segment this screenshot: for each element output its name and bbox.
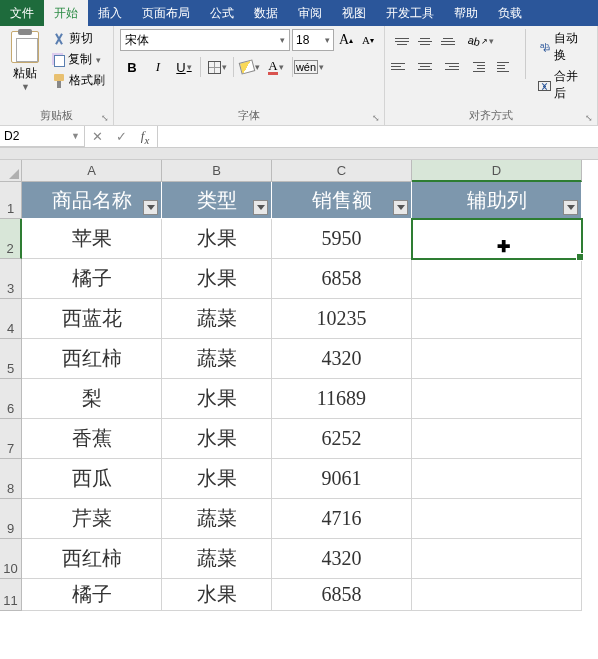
font-launcher-icon[interactable]: ⤡ <box>372 113 382 123</box>
formula-input[interactable] <box>158 126 598 147</box>
border-button[interactable]: ▾ <box>205 55 229 79</box>
copy-button[interactable]: 复制▾ <box>50 50 107 69</box>
tab-review[interactable]: 审阅 <box>288 0 332 26</box>
cut-button[interactable]: 剪切 <box>50 29 107 48</box>
select-all-corner[interactable] <box>0 160 22 182</box>
cell[interactable]: 6858 <box>272 259 412 299</box>
cell[interactable] <box>412 499 582 539</box>
col-header-d[interactable]: D <box>412 160 582 182</box>
clipboard-launcher-icon[interactable]: ⤡ <box>101 113 111 123</box>
cell[interactable]: 香蕉 <box>22 419 162 459</box>
table-header[interactable]: 销售额 <box>272 182 412 219</box>
cell[interactable]: 蔬菜 <box>162 539 272 579</box>
cell[interactable] <box>412 579 582 611</box>
cell[interactable]: 橘子 <box>22 259 162 299</box>
copy-dropdown-icon[interactable]: ▾ <box>96 55 101 65</box>
cell[interactable] <box>412 299 582 339</box>
cell[interactable] <box>412 339 582 379</box>
confirm-edit-button[interactable]: ✓ <box>109 129 133 144</box>
increase-indent-button[interactable] <box>491 55 515 79</box>
filter-button[interactable] <box>143 200 158 215</box>
row-header[interactable]: 7 <box>0 419 22 459</box>
cell[interactable]: 4320 <box>272 539 412 579</box>
orientation-button[interactable]: ab↗▾ <box>467 29 495 53</box>
align-left-button[interactable] <box>391 54 413 78</box>
cell[interactable]: 水果 <box>162 219 272 259</box>
cell[interactable] <box>412 379 582 419</box>
tab-file[interactable]: 文件 <box>0 0 44 26</box>
cell[interactable]: 西红柿 <box>22 539 162 579</box>
row-header[interactable]: 4 <box>0 299 22 339</box>
cell[interactable]: 橘子 <box>22 579 162 611</box>
font-size-select[interactable]: 18▾ <box>292 29 334 51</box>
table-header[interactable]: 商品名称 <box>22 182 162 219</box>
name-box[interactable]: D2▼ <box>0 126 85 147</box>
cell[interactable]: 蔬菜 <box>162 499 272 539</box>
phonetic-button[interactable]: wén▾ <box>297 55 321 79</box>
cell[interactable] <box>412 259 582 299</box>
cell[interactable] <box>412 459 582 499</box>
cell[interactable]: 4320 <box>272 339 412 379</box>
cell[interactable]: 水果 <box>162 579 272 611</box>
fill-color-button[interactable]: ▾ <box>238 55 262 79</box>
row-header[interactable]: 11 <box>0 579 22 611</box>
insert-function-button[interactable]: fx <box>133 128 157 146</box>
paste-button[interactable]: 粘贴 ▼ <box>6 29 44 92</box>
align-launcher-icon[interactable]: ⤡ <box>585 113 595 123</box>
cell[interactable]: 芹菜 <box>22 499 162 539</box>
tab-layout[interactable]: 页面布局 <box>132 0 200 26</box>
tab-formula[interactable]: 公式 <box>200 0 244 26</box>
tab-view[interactable]: 视图 <box>332 0 376 26</box>
cell[interactable]: 4716 <box>272 499 412 539</box>
increase-font-button[interactable]: A▴ <box>336 29 356 51</box>
tab-dev[interactable]: 开发工具 <box>376 0 444 26</box>
align-center-button[interactable] <box>414 54 436 78</box>
filter-button[interactable] <box>563 200 578 215</box>
wrap-text-button[interactable]: 自动换 <box>536 29 591 65</box>
row-header[interactable]: 9 <box>0 499 22 539</box>
filter-button[interactable] <box>393 200 408 215</box>
cell[interactable]: 水果 <box>162 259 272 299</box>
cell[interactable]: 9061 <box>272 459 412 499</box>
cell[interactable]: 10235 <box>272 299 412 339</box>
row-header[interactable]: 3 <box>0 259 22 299</box>
tab-help[interactable]: 帮助 <box>444 0 488 26</box>
cell[interactable]: 蔬菜 <box>162 339 272 379</box>
row-header[interactable]: 2 <box>0 219 22 259</box>
merge-center-button[interactable]: 合并后 <box>536 67 591 103</box>
table-header[interactable]: 类型 <box>162 182 272 219</box>
cell[interactable]: 蔬菜 <box>162 299 272 339</box>
cell-selected[interactable]: ✚ <box>412 219 582 259</box>
align-middle-button[interactable] <box>414 29 436 53</box>
cancel-edit-button[interactable]: ✕ <box>85 129 109 144</box>
col-header-c[interactable]: C <box>272 160 412 182</box>
format-painter-button[interactable]: 格式刷 <box>50 71 107 90</box>
cell[interactable]: 水果 <box>162 379 272 419</box>
underline-button[interactable]: U▾ <box>172 55 196 79</box>
cell[interactable] <box>412 419 582 459</box>
cell[interactable]: 5950 <box>272 219 412 259</box>
font-name-select[interactable]: 宋体▾ <box>120 29 290 51</box>
align-bottom-button[interactable] <box>437 29 459 53</box>
decrease-indent-button[interactable] <box>467 55 491 79</box>
tab-data[interactable]: 数据 <box>244 0 288 26</box>
font-color-button[interactable]: A▾ <box>264 55 288 79</box>
filter-button[interactable] <box>253 200 268 215</box>
bold-button[interactable]: B <box>120 55 144 79</box>
row-header[interactable]: 5 <box>0 339 22 379</box>
cell[interactable]: 水果 <box>162 419 272 459</box>
row-header[interactable]: 1 <box>0 182 22 219</box>
row-header[interactable]: 6 <box>0 379 22 419</box>
cell[interactable]: 西瓜 <box>22 459 162 499</box>
tab-load[interactable]: 负载 <box>488 0 532 26</box>
decrease-font-button[interactable]: A▾ <box>358 29 378 51</box>
align-top-button[interactable] <box>391 29 413 53</box>
table-header[interactable]: 辅助列 <box>412 182 582 219</box>
tab-insert[interactable]: 插入 <box>88 0 132 26</box>
cell[interactable]: 西蓝花 <box>22 299 162 339</box>
row-header[interactable]: 10 <box>0 539 22 579</box>
cell[interactable]: 梨 <box>22 379 162 419</box>
cell[interactable]: 西红柿 <box>22 339 162 379</box>
cell[interactable]: 苹果 <box>22 219 162 259</box>
col-header-b[interactable]: B <box>162 160 272 182</box>
